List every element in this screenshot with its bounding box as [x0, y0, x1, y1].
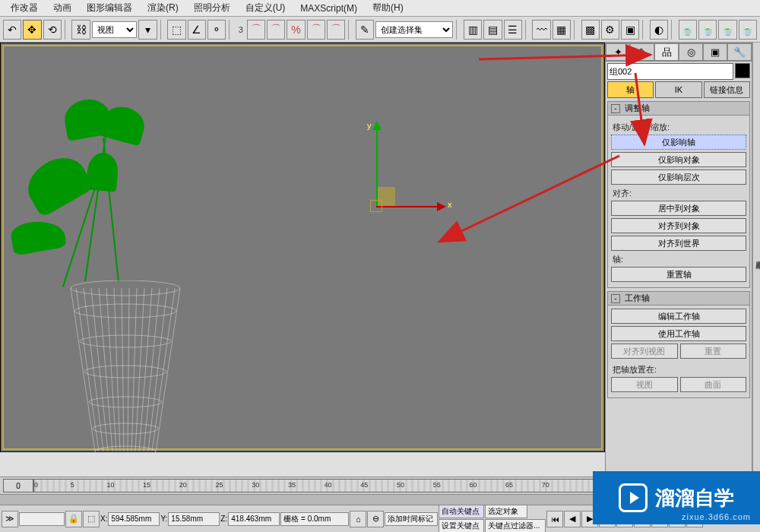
- set-key-button[interactable]: 设置关键点: [439, 519, 484, 532]
- pivot-subtab[interactable]: 轴: [607, 81, 654, 98]
- adjust-pivot-rollout: - 调整轴 移动/旋转/缩放: 仅影响轴 仅影响对象 仅影响层次 对齐: 居中到…: [607, 101, 750, 288]
- teapot-2-button[interactable]: 🍵: [698, 20, 717, 40]
- align-to-object-button[interactable]: 对齐到对象: [611, 218, 746, 233]
- use-working-pivot-button[interactable]: 使用工作轴: [611, 326, 746, 341]
- right-collapsed-strip[interactable]: 原目令典: [752, 43, 760, 496]
- affect-pivot-only-button[interactable]: 仅影响轴: [611, 135, 746, 150]
- viewport[interactable]: y x: [0, 43, 605, 452]
- center-to-object-button[interactable]: 居中到对象: [611, 201, 746, 216]
- menu-rendering[interactable]: 渲染(R): [140, 2, 186, 14]
- render-production-button[interactable]: ◐: [650, 20, 668, 40]
- snap-options-5[interactable]: ⌒: [327, 20, 345, 40]
- play-start-button[interactable]: ⏮: [546, 511, 563, 527]
- view-coord-select[interactable]: 视图: [92, 21, 138, 38]
- gizmo-y-axis[interactable]: [376, 130, 378, 206]
- svg-point-2: [74, 304, 176, 318]
- named-sel-edit[interactable]: ✎: [356, 20, 374, 40]
- y-label: Y:: [160, 515, 167, 523]
- time-slider-knob[interactable]: 0: [3, 479, 33, 492]
- undo-button[interactable]: ↶: [3, 20, 21, 40]
- menu-graph-editors[interactable]: 图形编辑器: [79, 2, 140, 14]
- render-frame-button[interactable]: ▣: [621, 20, 639, 40]
- teapot-3-button[interactable]: 🍵: [718, 20, 736, 40]
- menu-modifiers[interactable]: 作改器: [3, 2, 46, 14]
- link-info-subtab[interactable]: 链接信息: [704, 81, 750, 98]
- command-panel: ✦ ✎ 品 ◎ ▣ 🔧 轴 IK 链接信息 - 调整轴 移动/旋转/缩放: 仅影…: [605, 43, 752, 496]
- motion-tab[interactable]: ◎: [679, 43, 703, 61]
- snap-options-2[interactable]: ⌒: [267, 20, 285, 40]
- main-toolbar: ↶ ✥ ⟲ ⛓ 视图 ▾ ⬚ ∠ ⚬ 3 ⌒ ⌒ % ⌒ ⌒ ✎ 创建选择集 ▥…: [0, 17, 760, 43]
- object-color-swatch[interactable]: [735, 63, 750, 78]
- affect-hierarchy-only-button[interactable]: 仅影响层次: [611, 169, 746, 185]
- align-label: 对齐:: [613, 188, 746, 199]
- modify-tab[interactable]: ✎: [630, 43, 654, 61]
- key-filters-button[interactable]: 关键点过滤器...: [485, 519, 546, 532]
- key-target-dropdown[interactable]: 选定对象: [485, 505, 527, 518]
- percent-snap-toggle[interactable]: ⚬: [207, 20, 226, 40]
- menu-lighting[interactable]: 照明分析: [186, 2, 238, 14]
- coord-center-button[interactable]: ▾: [138, 20, 157, 40]
- mirror-button[interactable]: ▥: [464, 20, 482, 40]
- working-pivot-rollout: - 工作轴 编辑工作轴 使用工作轴 对齐到视图 重置 把轴放置在: 视图 曲面: [607, 291, 750, 398]
- key-mode-button[interactable]: ⊖: [367, 511, 384, 527]
- grid-readout: 栅格 = 0.0mm: [280, 512, 349, 526]
- snap-options-1[interactable]: ⌒: [247, 20, 265, 40]
- reset-working-pivot-button[interactable]: 重置: [680, 344, 747, 359]
- place-pivot-label: 把轴放置在:: [613, 364, 746, 375]
- edit-working-pivot-button[interactable]: 编辑工作轴: [611, 309, 746, 324]
- lock-selection-button[interactable]: 🔒: [65, 511, 82, 527]
- menu-maxscript[interactable]: MAXScript(M): [293, 3, 365, 14]
- pivot-label: 轴:: [613, 254, 746, 265]
- snap-options-3[interactable]: %: [287, 20, 305, 40]
- menu-bar: 作改器 动画 图形编辑器 渲染(R) 照明分析 自定义(U) MAXScript…: [0, 0, 760, 17]
- ik-subtab[interactable]: IK: [655, 81, 701, 98]
- link-button[interactable]: ⛓: [71, 20, 90, 40]
- svg-point-5: [89, 397, 162, 407]
- align-button[interactable]: ▤: [483, 20, 502, 40]
- play-prev-button[interactable]: ◀: [564, 511, 581, 527]
- snap-options-4[interactable]: ⌒: [307, 20, 325, 40]
- reset-pivot-button[interactable]: 重置轴: [611, 267, 746, 282]
- z-coord[interactable]: 418.463mm: [228, 512, 280, 526]
- time-tag-button[interactable]: ⌂: [350, 511, 366, 527]
- x-coord[interactable]: 594.585mm: [108, 512, 160, 526]
- maxscript-mini-button[interactable]: ≫: [2, 511, 18, 527]
- align-to-view-button[interactable]: 对齐到视图: [611, 344, 678, 359]
- schematic-view-button[interactable]: ▦: [553, 20, 571, 40]
- affect-object-only-button[interactable]: 仅影响对象: [611, 152, 746, 167]
- render-setup-button[interactable]: ⚙: [601, 20, 619, 40]
- scene-object-plant[interactable]: [11, 84, 201, 464]
- material-editor-button[interactable]: ▩: [581, 20, 600, 40]
- angle-snap-toggle[interactable]: ∠: [188, 20, 206, 40]
- select-move-button[interactable]: ✥: [23, 20, 41, 40]
- isolate-button[interactable]: ⬚: [83, 511, 100, 527]
- selection-set-dropdown[interactable]: 创建选择集: [375, 21, 453, 38]
- object-name-input[interactable]: [607, 63, 733, 80]
- menu-customize[interactable]: 自定义(U): [238, 2, 293, 14]
- add-time-tag[interactable]: 添加时间标记: [385, 512, 438, 526]
- hierarchy-tab[interactable]: 品: [654, 43, 679, 61]
- curve-editor-button[interactable]: 〰: [532, 20, 550, 40]
- adjust-pivot-header[interactable]: - 调整轴: [608, 102, 749, 116]
- utilities-tab[interactable]: 🔧: [727, 43, 752, 61]
- layers-button[interactable]: ☰: [504, 20, 522, 40]
- place-surface-button[interactable]: 曲面: [680, 377, 747, 392]
- snap-toggle[interactable]: ⬚: [167, 20, 185, 40]
- display-tab[interactable]: ▣: [703, 43, 727, 61]
- working-pivot-header[interactable]: - 工作轴: [608, 292, 749, 306]
- svg-point-6: [93, 423, 158, 434]
- prompt-area: [19, 512, 65, 526]
- y-coord[interactable]: 15.58mm: [168, 512, 220, 526]
- place-view-button[interactable]: 视图: [611, 377, 678, 392]
- teapot-1-button[interactable]: 🍵: [679, 20, 697, 40]
- teapot-4-button[interactable]: 🍵: [739, 20, 757, 40]
- gizmo-x-axis[interactable]: [376, 206, 437, 207]
- create-tab[interactable]: ✦: [606, 43, 630, 61]
- rotate-button[interactable]: ⟲: [43, 20, 62, 40]
- menu-help[interactable]: 帮助(H): [365, 2, 411, 14]
- auto-key-button[interactable]: 自动关键点: [439, 505, 484, 518]
- align-to-world-button[interactable]: 对齐到世界: [611, 236, 746, 251]
- menu-animation[interactable]: 动画: [46, 2, 79, 14]
- move-rotate-scale-label: 移动/旋转/缩放:: [613, 122, 746, 133]
- svg-point-4: [84, 366, 166, 378]
